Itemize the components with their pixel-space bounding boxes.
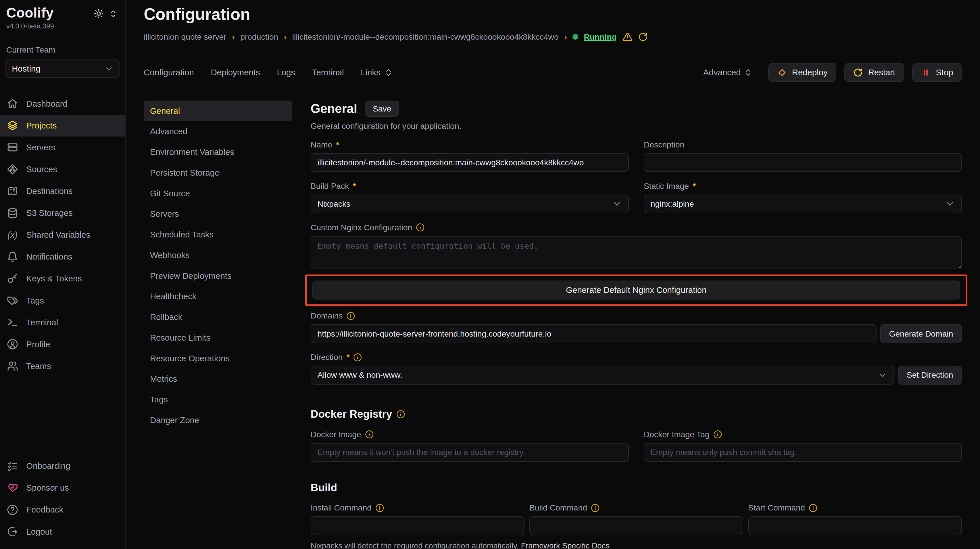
breadcrumb-project[interactable]: illicitonion quote server — [144, 32, 226, 42]
info-icon[interactable] — [375, 504, 384, 512]
subnav-tags[interactable]: Tags — [144, 389, 292, 410]
info-icon[interactable] — [416, 223, 425, 232]
subnav-rollback[interactable]: Rollback — [144, 307, 292, 328]
advanced-dropdown[interactable]: Advanced — [703, 68, 752, 77]
info-icon[interactable] — [346, 312, 355, 320]
refresh-icon[interactable] — [638, 32, 648, 42]
docker-image-input[interactable] — [311, 443, 629, 461]
description-input[interactable] — [644, 153, 962, 172]
status-badge[interactable]: Running — [584, 32, 617, 42]
subnav-healthcheck[interactable]: Healthcheck — [144, 286, 292, 307]
subnav-resource-operations[interactable]: Resource Operations — [144, 348, 292, 369]
team-select[interactable]: Hosting — [5, 59, 120, 78]
domains-input[interactable] — [311, 324, 877, 343]
start-command-input[interactable] — [748, 516, 962, 535]
subnav-git-source[interactable]: Git Source — [144, 183, 292, 204]
build-command-input[interactable] — [529, 516, 743, 535]
build-title: Build — [311, 482, 962, 494]
checklist-icon — [7, 460, 18, 472]
sidebar-item-notifications[interactable]: Notifications — [0, 246, 125, 267]
docker-image-tag-input[interactable] — [644, 443, 962, 461]
team-select-value: Hosting — [12, 64, 41, 73]
stop-label: Stop — [936, 68, 953, 77]
tab-links[interactable]: Links — [361, 68, 393, 77]
sidebar-item-dashboard[interactable]: Dashboard — [0, 93, 125, 115]
framework-docs-link[interactable]: Framework Specific Docs — [521, 541, 609, 549]
info-icon[interactable] — [353, 353, 362, 361]
sidebar-item-onboarding[interactable]: Onboarding — [0, 455, 125, 477]
name-input[interactable] — [311, 153, 629, 172]
breadcrumb-environment[interactable]: production — [240, 32, 278, 42]
tags-icon — [7, 295, 18, 306]
subnav-webhooks[interactable]: Webhooks — [144, 245, 292, 266]
sidebar-item-label: S3 Storages — [26, 208, 73, 218]
tab-bar: Configuration Deployments Logs Terminal … — [144, 63, 962, 82]
tab-terminal[interactable]: Terminal — [312, 68, 344, 77]
sidebar-item-label: Sources — [26, 164, 57, 174]
restart-button[interactable]: Restart — [844, 63, 904, 82]
breadcrumb-application[interactable]: illicitestonion/-module--decomposition:m… — [292, 32, 559, 42]
logout-icon — [7, 526, 18, 537]
tab-configuration[interactable]: Configuration — [144, 68, 194, 77]
sidebar-item-terminal[interactable]: Terminal — [0, 312, 125, 333]
info-icon[interactable] — [713, 430, 722, 439]
subnav-servers[interactable]: Servers — [144, 204, 292, 224]
sun-icon — [94, 9, 104, 19]
info-icon[interactable] — [396, 410, 405, 419]
sidebar-item-sources[interactable]: Sources — [0, 158, 125, 180]
sidebar-item-servers[interactable]: Servers — [0, 137, 125, 158]
save-button[interactable]: Save — [365, 100, 399, 117]
chevron-down-icon — [612, 199, 622, 209]
sidebar-item-sponsor[interactable]: Sponsor us — [0, 477, 125, 499]
stop-button[interactable]: Stop — [912, 63, 962, 82]
info-icon[interactable] — [809, 504, 817, 512]
info-icon[interactable] — [365, 430, 374, 439]
sidebar-item-s3-storages[interactable]: S3 Storages — [0, 202, 125, 224]
warning-icon[interactable] — [622, 32, 633, 42]
subnav-scheduled-tasks[interactable]: Scheduled Tasks — [144, 224, 292, 245]
static-image-select[interactable]: nginx:alpine — [644, 194, 962, 213]
sidebar-item-projects[interactable]: Projects — [0, 115, 125, 137]
direction-select[interactable]: Allow www & non-www. — [311, 366, 894, 384]
sidebar-item-feedback[interactable]: Feedback — [0, 499, 125, 520]
redeploy-button[interactable]: Redeploy — [768, 63, 836, 82]
tab-logs[interactable]: Logs — [277, 68, 295, 77]
generate-nginx-config-button[interactable]: Generate Default Nginx Configuration — [312, 280, 960, 299]
subnav-environment-variables[interactable]: Environment Variables — [144, 142, 292, 162]
tab-deployments[interactable]: Deployments — [211, 68, 260, 77]
sidebar-item-destinations[interactable]: Destinations — [0, 180, 125, 202]
info-icon[interactable] — [591, 504, 600, 512]
nginx-config-textarea[interactable] — [311, 236, 962, 269]
subnav-metrics[interactable]: Metrics — [144, 369, 292, 390]
install-command-input[interactable] — [311, 516, 525, 535]
sidebar-item-label: Feedback — [26, 505, 63, 514]
docker-image-label: Docker Image — [311, 430, 629, 439]
theme-toggle[interactable] — [94, 9, 118, 19]
sidebar-item-profile[interactable]: Profile — [0, 333, 125, 355]
build-pack-select[interactable]: Nixpacks — [311, 194, 629, 213]
subnav-preview-deployments[interactable]: Preview Deployments — [144, 266, 292, 286]
layers-icon — [7, 120, 18, 131]
subnav-general[interactable]: General — [144, 100, 292, 121]
sidebar-item-tags[interactable]: Tags — [0, 290, 125, 312]
docker-image-tag-label: Docker Image Tag — [644, 430, 962, 439]
subnav-advanced[interactable]: Advanced — [144, 121, 292, 142]
bell-icon — [7, 251, 18, 263]
coolify-app: Coolify v4.0.0-beta.399 Current Team Hos… — [0, 0, 980, 549]
subnav-resource-limits[interactable]: Resource Limits — [144, 328, 292, 348]
sidebar-item-label: Terminal — [26, 318, 58, 328]
subnav-danger-zone[interactable]: Danger Zone — [144, 410, 292, 431]
sidebar-item-shared-variables[interactable]: (x) Shared Variables — [0, 224, 125, 246]
sidebar-item-keys-tokens[interactable]: Keys & Tokens — [0, 267, 125, 290]
app-logo: Coolify — [6, 5, 54, 21]
sidebar-item-label: Profile — [26, 339, 50, 349]
chevrons-up-down-icon — [384, 68, 393, 77]
sidebar-item-teams[interactable]: Teams — [0, 355, 125, 377]
set-direction-button[interactable]: Set Direction — [898, 366, 962, 384]
heart-icon — [7, 482, 18, 493]
sidebar-item-label: Sponsor us — [26, 483, 69, 493]
subnav-persistent-storage[interactable]: Persistent Storage — [144, 162, 292, 183]
generate-domain-button[interactable]: Generate Domain — [880, 324, 962, 343]
redeploy-label: Redeploy — [792, 68, 828, 77]
sidebar-item-logout[interactable]: Logout — [0, 521, 125, 543]
